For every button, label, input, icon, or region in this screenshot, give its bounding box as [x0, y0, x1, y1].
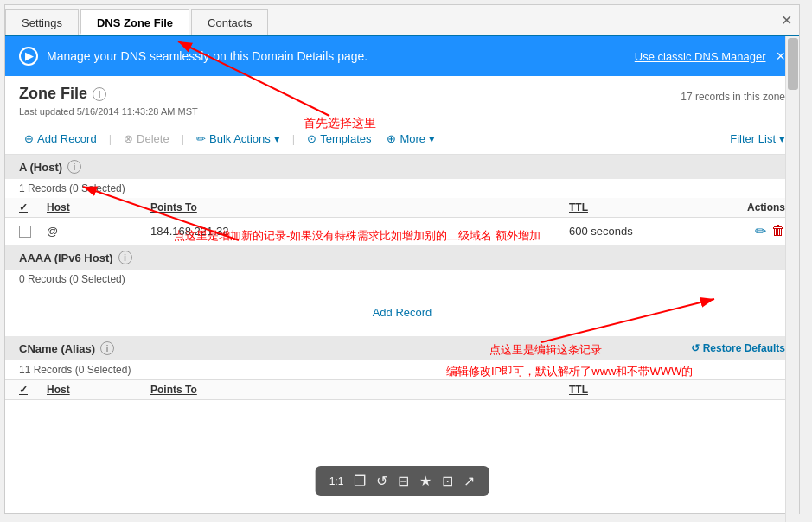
- info-banner: ▶ Manage your DNS seamlessly on this Dom…: [5, 36, 799, 76]
- row-ttl: 600 seconds: [569, 225, 699, 238]
- bt-save-icon[interactable]: ⊟: [398, 473, 409, 489]
- main-container: ✕ Settings DNS Zone File Contacts ▶ Mana…: [4, 4, 800, 514]
- row-actions: ✏ 🗑: [699, 223, 785, 239]
- scrollbar-thumb[interactable]: [788, 38, 798, 90]
- toolbar-separator-2: |: [182, 132, 184, 145]
- filter-chevron-icon: ▾: [779, 132, 785, 145]
- delete-row-icon[interactable]: 🗑: [771, 223, 785, 239]
- banner-left: ▶ Manage your DNS seamlessly on this Dom…: [19, 47, 368, 66]
- tab-dns-zone-file[interactable]: DNS Zone File: [80, 9, 189, 35]
- zone-file-header: Zone File i 17 records in this zone: [5, 76, 799, 106]
- cname-col-checkbox: ✓: [19, 384, 47, 396]
- cname-col-ttl[interactable]: TTL: [569, 384, 699, 396]
- checkmark-all-icon[interactable]: ✓: [19, 201, 28, 213]
- main-toolbar: ⊕ Add Record | ⊗ Delete | ✏ Bulk Actions…: [5, 124, 799, 155]
- edit-icon[interactable]: ✏: [755, 223, 766, 239]
- classic-dns-link[interactable]: Use classic DNS Manager: [635, 50, 766, 63]
- section-aaaa-header: AAAA (IPv6 Host) i: [5, 245, 799, 270]
- window-close-button[interactable]: ✕: [781, 12, 792, 29]
- section-cname-info-icon[interactable]: i: [100, 341, 114, 355]
- table-row: @ 184.168.221.32 600 seconds ✏ 🗑: [5, 218, 799, 245]
- zoom-ratio: 1:1: [329, 475, 344, 487]
- tabs-bar: Settings DNS Zone File Contacts: [5, 5, 799, 36]
- tab-contacts[interactable]: Contacts: [191, 9, 268, 35]
- row-checkbox-input[interactable]: [19, 226, 31, 238]
- aaaa-add-record-button[interactable]: Add Record: [5, 289, 799, 336]
- table-cname-header: ✓ Host Points To TTL: [5, 379, 799, 400]
- bt-copy-icon[interactable]: ❐: [354, 473, 366, 489]
- bulk-actions-chevron-icon: ▾: [274, 132, 280, 145]
- section-a-records-info: 1 Records (0 Selected): [5, 179, 799, 198]
- delete-icon: ⊗: [124, 132, 133, 145]
- toolbar-separator-1: |: [109, 132, 112, 145]
- tab-settings[interactable]: Settings: [5, 9, 79, 35]
- row-checkbox[interactable]: [19, 226, 47, 238]
- col-ttl[interactable]: TTL: [569, 201, 699, 213]
- more-button[interactable]: ⊕ More ▾: [381, 129, 440, 149]
- bottom-toolbar: 1:1 ❐ ↺ ⊟ ★ ⊡ ↗: [316, 466, 489, 496]
- scrollbar[interactable]: [785, 36, 799, 522]
- col-actions: Actions: [699, 201, 785, 213]
- banner-text: Manage your DNS seamlessly on this Domai…: [47, 49, 368, 63]
- restore-defaults-button[interactable]: ↺ Restore Defaults: [691, 342, 785, 354]
- add-record-icon: ⊕: [24, 132, 34, 145]
- section-cname-records-info: 11 Records (0 Selected): [5, 360, 799, 379]
- cname-checkmark-icon[interactable]: ✓: [19, 384, 28, 396]
- bt-star-icon[interactable]: ★: [419, 473, 432, 489]
- more-chevron-icon: ▾: [429, 132, 435, 145]
- section-aaaa-records-info: 0 Records (0 Selected): [5, 270, 799, 289]
- delete-button[interactable]: ⊗ Delete: [118, 129, 175, 149]
- restore-icon: ↺: [691, 342, 700, 354]
- templates-button[interactable]: ⊙ Templates: [302, 129, 376, 149]
- bt-refresh-icon[interactable]: ↺: [376, 473, 387, 489]
- cname-col-actions: [699, 384, 785, 396]
- templates-icon: ⊙: [307, 132, 316, 145]
- col-checkbox: ✓: [19, 201, 47, 213]
- section-aaaa-info-icon[interactable]: i: [118, 251, 132, 264]
- col-host[interactable]: Host: [47, 201, 150, 213]
- section-a-info-icon[interactable]: i: [67, 160, 81, 174]
- banner-close-button[interactable]: ×: [776, 48, 785, 64]
- zone-records-count: 17 records in this zone: [681, 91, 785, 103]
- col-points-to[interactable]: Points To: [150, 201, 569, 213]
- bulk-actions-icon: ✏: [196, 132, 206, 145]
- more-icon: ⊕: [387, 132, 396, 145]
- row-host: @: [47, 225, 150, 238]
- banner-play-icon: ▶: [19, 47, 38, 66]
- cname-col-host[interactable]: Host: [47, 384, 150, 396]
- zone-last-updated: Last updated 5/16/2014 11:43:28 AM MST: [5, 106, 799, 124]
- bt-share-icon[interactable]: ↗: [464, 473, 475, 489]
- section-a-host-header: A (Host) i: [5, 155, 799, 179]
- banner-right: Use classic DNS Manager ×: [635, 48, 785, 64]
- add-record-button[interactable]: ⊕ Add Record: [19, 129, 102, 149]
- table-a-header: ✓ Host Points To TTL Actions: [5, 198, 799, 218]
- toolbar-separator-3: |: [292, 132, 295, 145]
- zone-title: Zone File i: [19, 85, 106, 103]
- row-points-to: 184.168.221.32: [150, 225, 569, 238]
- section-cname-header: CName (Alias) i ↺ Restore Defaults: [5, 336, 799, 360]
- filter-list-button[interactable]: Filter List ▾: [730, 132, 785, 145]
- cname-col-points-to[interactable]: Points To: [150, 384, 569, 396]
- zone-title-info-icon[interactable]: i: [93, 87, 106, 101]
- bulk-actions-button[interactable]: ✏ Bulk Actions ▾: [191, 129, 285, 149]
- bt-screen-icon[interactable]: ⊡: [442, 473, 453, 489]
